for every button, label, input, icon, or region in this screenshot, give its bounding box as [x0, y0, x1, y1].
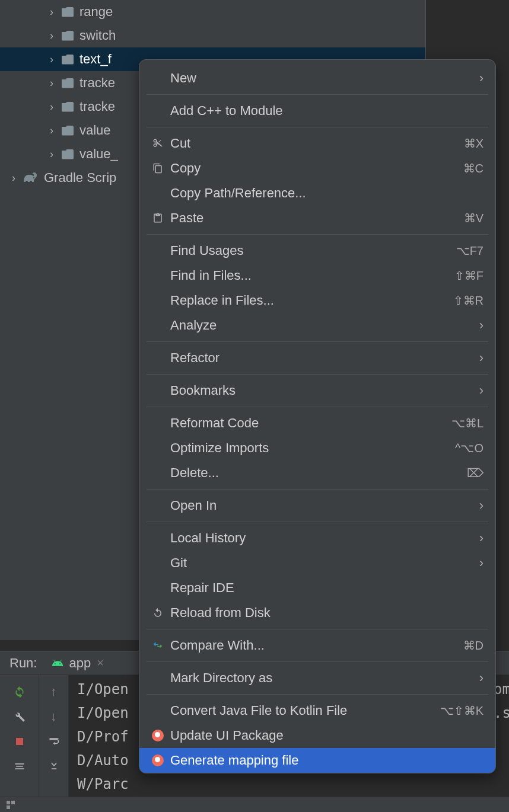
menu-item-compare-with[interactable]: Compare With...⌘D	[139, 633, 495, 658]
svg-rect-1	[7, 801, 10, 804]
separator	[147, 234, 488, 235]
menu-item-analyze[interactable]: Analyze›	[139, 313, 495, 338]
menu-label: Reload from Disk	[170, 605, 483, 621]
layout-icon[interactable]	[12, 759, 27, 773]
status-bar-icon[interactable]	[0, 797, 509, 812]
shortcut-label: ⌘X	[464, 136, 483, 151]
menu-item-new[interactable]: New›	[139, 66, 495, 91]
tree-item-switch[interactable]: switch	[0, 24, 425, 47]
menu-item-paste[interactable]: Paste⌘V	[139, 206, 495, 231]
menu-item-repair-ide[interactable]: Repair IDE	[139, 576, 495, 600]
menu-label: Find Usages	[170, 243, 449, 258]
menu-label: Analyze	[170, 318, 479, 333]
menu-item-find-usages[interactable]: Find Usages⌥F7	[139, 238, 495, 263]
tree-label: value_	[79, 146, 118, 162]
menu-label: Cut	[170, 136, 457, 151]
separator	[147, 374, 488, 375]
menu-label: Bookmarks	[170, 383, 479, 398]
shortcut-label: ⌘V	[464, 211, 483, 225]
menu-label: Reformat Code	[170, 415, 444, 431]
chevron-right-icon	[50, 124, 58, 137]
chevron-right-icon: ›	[479, 555, 483, 571]
stop-icon[interactable]	[12, 734, 27, 749]
rerun-icon[interactable]	[12, 685, 27, 699]
gradle-icon	[24, 172, 38, 184]
menu-label: Find in Files...	[170, 268, 447, 283]
separator	[147, 522, 488, 522]
console-tools-main	[0, 675, 39, 812]
menu-item-cut[interactable]: Cut⌘X	[139, 131, 495, 156]
menu-label: Local History	[170, 530, 479, 546]
shortcut-label: ⌥⌘L	[451, 416, 483, 430]
wrench-icon[interactable]	[12, 709, 27, 724]
context-menu: New›Add C++ to ModuleCut⌘XCopy⌘CCopy Pat…	[139, 59, 496, 773]
chevron-right-icon	[12, 172, 20, 184]
menu-item-local-history[interactable]: Local History›	[139, 526, 495, 551]
relay-icon	[149, 730, 167, 741]
menu-item-open-in[interactable]: Open In›	[139, 493, 495, 518]
chevron-right-icon	[50, 77, 58, 89]
android-icon	[51, 657, 64, 670]
menu-item-optimize-imports[interactable]: Optimize Imports^⌥O	[139, 436, 495, 461]
scroll-end-icon[interactable]	[47, 759, 61, 773]
soft-wrap-icon[interactable]	[47, 734, 61, 749]
svg-rect-3	[7, 805, 10, 809]
shortcut-label: ⌦	[467, 466, 483, 480]
chevron-right-icon: ›	[479, 71, 483, 86]
separator	[147, 629, 488, 629]
menu-item-delete[interactable]: Delete...⌦	[139, 461, 495, 485]
menu-item-bookmarks[interactable]: Bookmarks›	[139, 378, 495, 403]
menu-item-mark-directory-as[interactable]: Mark Directory as›	[139, 666, 495, 690]
compare-icon	[149, 640, 167, 651]
chevron-right-icon: ›	[479, 383, 483, 398]
down-arrow-icon[interactable]: ↓	[47, 709, 61, 724]
menu-item-add-c-to-module[interactable]: Add C++ to Module	[139, 98, 495, 123]
folder-icon	[62, 126, 74, 136]
shortcut-label: ⇧⌘R	[453, 293, 483, 308]
menu-label: Compare With...	[170, 638, 456, 653]
menu-item-refactor[interactable]: Refactor›	[139, 346, 495, 370]
up-arrow-icon[interactable]: ↑	[47, 685, 61, 699]
tree-item-range[interactable]: range	[0, 0, 425, 24]
menu-label: Generate mapping file	[170, 753, 483, 768]
menu-item-copy-path-reference[interactable]: Copy Path/Reference...	[139, 181, 495, 206]
menu-item-update-ui-package[interactable]: Update UI Package	[139, 723, 495, 748]
separator	[147, 694, 488, 695]
folder-icon	[62, 55, 74, 65]
folder-icon	[62, 31, 74, 41]
run-tab-app[interactable]: app ×	[51, 656, 103, 671]
menu-item-generate-mapping-file[interactable]: Generate mapping file	[139, 748, 495, 773]
copy-icon	[149, 163, 167, 174]
menu-label: Open In	[170, 498, 479, 513]
separator	[147, 407, 488, 407]
svg-rect-2	[11, 801, 15, 804]
tree-label: tracke	[79, 75, 115, 91]
shortcut-label: ⇧⌘F	[454, 268, 483, 283]
menu-label: New	[170, 71, 479, 86]
chevron-right-icon: ›	[479, 498, 483, 513]
separator	[147, 489, 488, 490]
svg-rect-0	[16, 738, 23, 745]
menu-item-reload-from-disk[interactable]: Reload from Disk	[139, 600, 495, 625]
chevron-right-icon: ›	[479, 670, 483, 686]
menu-label: Optimize Imports	[170, 440, 448, 456]
menu-item-replace-in-files[interactable]: Replace in Files...⇧⌘R	[139, 288, 495, 313]
menu-item-convert-java-file-to-kotlin-file[interactable]: Convert Java File to Kotlin File⌥⇧⌘K	[139, 698, 495, 723]
folder-icon	[62, 102, 74, 112]
chevron-right-icon	[50, 53, 58, 66]
menu-item-reformat-code[interactable]: Reformat Code⌥⌘L	[139, 411, 495, 436]
tree-label: range	[79, 4, 113, 20]
tree-label: tracke	[79, 99, 115, 114]
menu-label: Delete...	[170, 465, 460, 481]
menu-item-git[interactable]: Git›	[139, 551, 495, 576]
shortcut-label: ⌥⇧⌘K	[440, 704, 483, 718]
menu-label: Paste	[170, 210, 457, 226]
chevron-right-icon	[50, 148, 58, 161]
menu-item-copy[interactable]: Copy⌘C	[139, 156, 495, 181]
close-icon[interactable]: ×	[97, 656, 104, 670]
chevron-right-icon	[50, 30, 58, 42]
menu-label: Replace in Files...	[170, 293, 446, 308]
tree-label: switch	[79, 28, 116, 43]
menu-item-find-in-files[interactable]: Find in Files...⇧⌘F	[139, 263, 495, 288]
chevron-right-icon: ›	[479, 530, 483, 546]
